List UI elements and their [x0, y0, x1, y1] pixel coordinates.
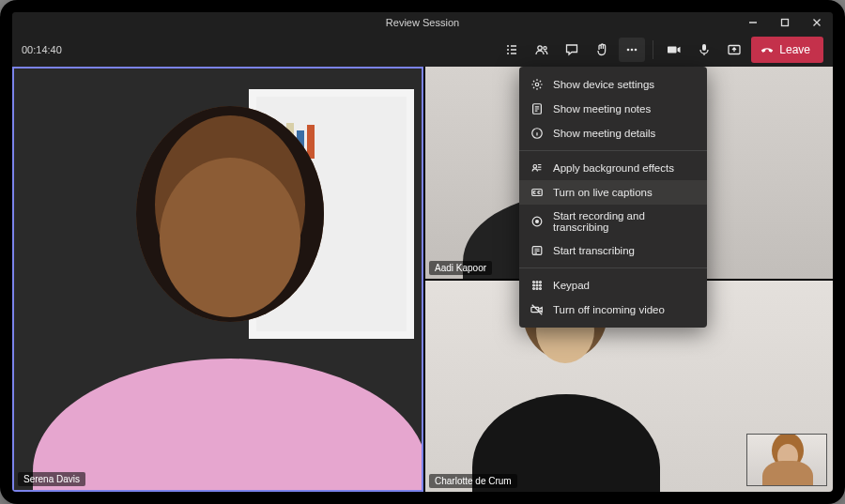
svg-point-18: [540, 282, 542, 283]
menu-item-label: Turn on live captions: [553, 187, 653, 198]
captions-icon: [530, 186, 544, 199]
menu-item[interactable]: Show device settings: [519, 72, 707, 97]
video-off-icon: [530, 303, 544, 316]
menu-item-label: Keypad: [553, 280, 590, 291]
menu-item-label: Start recording and transcribing: [553, 210, 696, 233]
menu-item-label: Apply background effects: [553, 162, 674, 174]
svg-point-4: [631, 49, 634, 52]
menu-item-label: Start transcribing: [553, 245, 635, 256]
svg-point-11: [533, 165, 537, 169]
keypad-icon: [530, 279, 544, 292]
leave-label: Leave: [779, 43, 810, 56]
menu-item-label: Show meeting details: [553, 128, 655, 139]
window-title: Review Session: [386, 17, 459, 28]
title-bar: Review Session: [12, 12, 833, 33]
leave-button[interactable]: Leave: [751, 37, 823, 63]
menu-item-label: Show device settings: [553, 79, 654, 90]
svg-rect-0: [782, 20, 789, 26]
video-stage: Serena Davis Aadi Kapoor Charlotte de Cr…: [12, 67, 833, 492]
info-icon: [530, 127, 544, 140]
svg-point-14: [535, 220, 539, 223]
menu-item[interactable]: Turn off incoming video: [519, 298, 707, 322]
roster-list-icon[interactable]: [499, 38, 525, 62]
svg-point-23: [536, 288, 538, 290]
background-icon: [530, 161, 544, 175]
menu-group-1: Show device settingsShow meeting notesSh…: [519, 72, 707, 145]
menu-item-label: Turn off incoming video: [553, 304, 665, 315]
call-timer: 00:14:40: [22, 44, 62, 55]
participant-name-tag: Aadi Kapoor: [429, 261, 492, 275]
svg-point-22: [533, 288, 535, 290]
menu-group-2: Apply background effectsTurn on live cap…: [519, 156, 707, 263]
note-icon: [530, 102, 544, 115]
window-controls: [737, 12, 833, 33]
menu-item[interactable]: Apply background effects: [519, 156, 707, 180]
chat-icon[interactable]: [559, 38, 585, 62]
raise-hand-icon[interactable]: [589, 38, 615, 62]
svg-point-8: [535, 83, 539, 86]
more-actions-menu: Show device settingsShow meeting notesSh…: [519, 67, 707, 328]
menu-item[interactable]: Start recording and transcribing: [519, 205, 707, 238]
menu-item[interactable]: Show meeting notes: [519, 97, 707, 121]
meeting-toolbar: 00:14:40: [12, 33, 833, 67]
svg-point-21: [540, 284, 542, 286]
svg-point-24: [540, 288, 542, 290]
mic-icon[interactable]: [691, 38, 717, 62]
svg-point-16: [533, 282, 535, 283]
transcribe-icon: [530, 244, 544, 257]
device-frame: Review Session 00:14:40: [0, 0, 845, 504]
gear-icon: [530, 78, 544, 91]
participant-name-tag: Serena Davis: [18, 472, 85, 486]
menu-item[interactable]: Start transcribing: [519, 238, 707, 263]
svg-rect-6: [702, 44, 706, 51]
people-icon[interactable]: [529, 38, 555, 62]
svg-point-1: [538, 46, 542, 50]
hangup-icon: [760, 42, 774, 58]
minimize-button[interactable]: [737, 12, 769, 33]
svg-point-2: [544, 47, 546, 50]
menu-item[interactable]: Turn on live captions: [519, 180, 707, 205]
svg-point-19: [533, 284, 535, 286]
svg-point-3: [627, 49, 630, 52]
participant-name-tag: Charlotte de Crum: [429, 474, 517, 488]
menu-item[interactable]: Show meeting details: [519, 121, 707, 145]
toolbar-separator: [653, 40, 653, 59]
menu-separator: [519, 267, 707, 268]
svg-point-5: [635, 49, 638, 52]
svg-point-20: [536, 284, 538, 286]
self-preview[interactable]: [746, 434, 827, 486]
record-icon: [530, 215, 544, 228]
app-window: Review Session 00:14:40: [12, 12, 833, 492]
camera-icon[interactable]: [661, 38, 687, 62]
svg-point-17: [536, 282, 538, 283]
close-button[interactable]: [801, 12, 833, 33]
maximize-button[interactable]: [769, 12, 801, 33]
menu-item-label: Show meeting notes: [553, 103, 651, 115]
menu-item[interactable]: Keypad: [519, 273, 707, 298]
share-screen-icon[interactable]: [721, 38, 747, 62]
menu-group-3: KeypadTurn off incoming video: [519, 273, 707, 322]
menu-separator: [519, 150, 707, 151]
video-tile-main[interactable]: Serena Davis: [12, 67, 423, 492]
more-actions-icon[interactable]: [619, 38, 645, 62]
